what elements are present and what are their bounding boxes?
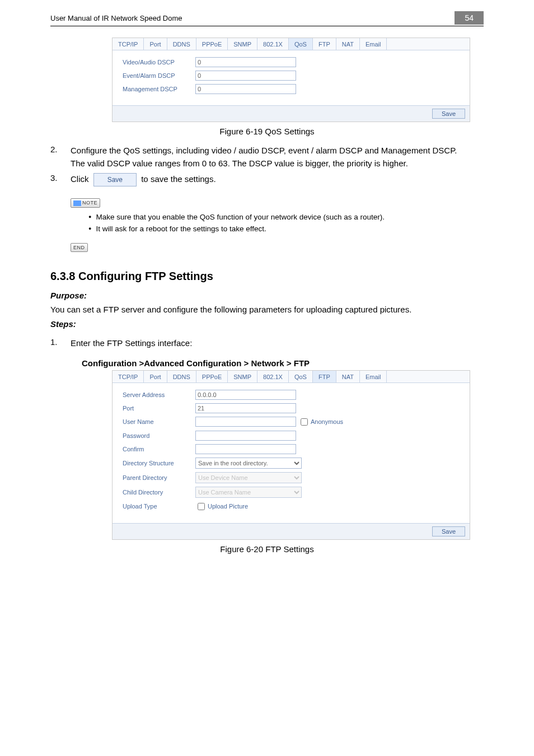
video-dscp-input[interactable] [195,57,296,67]
tab-snmp[interactable]: SNMP [228,371,257,382]
server-address-label: Server Address [123,391,195,398]
purpose-label: Purpose: [50,291,484,300]
confirm-input[interactable] [195,444,296,454]
child-directory-label: Child Directory [123,489,195,496]
anonymous-label: Anonymous [311,418,343,425]
tab-8021x[interactable]: 802.1X [257,38,289,50]
inline-save-button[interactable]: Save [93,173,137,186]
doc-title: User Manual of IR Network Speed Dome [50,14,182,22]
step-3-post: to save the settings. [141,174,216,184]
tab-pppoe[interactable]: PPPoE [196,38,228,50]
mgmt-dscp-input[interactable] [195,84,296,94]
ftp-tab-bar: TCP/IP Port DDNS PPPoE SNMP 802.1X QoS F… [113,371,470,383]
tab-port[interactable]: Port [144,38,167,50]
step-1-number: 1. [50,337,71,350]
tab-ddns[interactable]: DDNS [167,38,196,50]
tab-qos[interactable]: QoS [289,38,313,50]
password-input[interactable] [195,431,296,441]
step-1-text: Enter the FTP Settings interface: [71,337,484,350]
tab-ddns[interactable]: DDNS [167,371,196,382]
tab-nat[interactable]: NAT [336,371,360,382]
username-input[interactable] [195,417,296,427]
save-button[interactable]: Save [432,526,465,536]
figure-caption-qos: Figure 6-19 QoS Settings [50,127,484,136]
note-item-1: Make sure that you enable the QoS functi… [88,211,484,223]
child-directory-select: Use Camera Name [195,487,302,498]
directory-structure-select[interactable]: Save in the root directory. [195,458,302,469]
book-icon [73,200,81,206]
step-2-text-a: Configure the QoS settings, including vi… [71,144,484,157]
tab-tcpip[interactable]: TCP/IP [113,38,144,50]
event-dscp-input[interactable] [195,71,296,81]
step-3-number: 3. [50,173,71,186]
qos-tab-bar: TCP/IP Port DDNS PPPoE SNMP 802.1X QoS F… [113,38,470,50]
tab-ftp[interactable]: FTP [313,38,336,50]
tab-pppoe[interactable]: PPPoE [196,371,228,382]
step-3-pre: Click [71,174,89,184]
tab-nat[interactable]: NAT [336,38,360,50]
anonymous-checkbox[interactable] [301,418,308,426]
steps-label: Steps: [50,319,484,329]
tab-ftp[interactable]: FTP [313,371,336,382]
end-icon: END [71,243,88,252]
figure-caption-ftp: Figure 6-20 FTP Settings [50,544,484,554]
upload-picture-checkbox[interactable] [198,503,205,510]
step-2-text-b: The valid DSCP value ranges from 0 to 63… [71,157,484,170]
note-item-2: It will ask for a reboot for the setting… [88,223,484,235]
upload-type-label: Upload Type [123,503,195,510]
tab-port[interactable]: Port [144,371,167,382]
password-label: Password [123,432,195,439]
page-header: User Manual of IR Network Speed Dome 54 [50,11,484,26]
video-dscp-label: Video/Audio DSCP [123,59,195,66]
upload-picture-label: Upload Picture [208,503,248,510]
parent-directory-select: Use Device Name [195,472,302,483]
tab-email[interactable]: Email [360,371,387,382]
ftp-port-input[interactable] [195,403,296,413]
step-2-number: 2. [50,144,71,170]
mgmt-dscp-label: Management DSCP [123,86,195,92]
note-icon: NOTE [71,198,100,208]
tab-tcpip[interactable]: TCP/IP [113,371,144,382]
qos-settings-panel: TCP/IP Port DDNS PPPoE SNMP 802.1X QoS F… [112,38,470,122]
confirm-label: Confirm [123,446,195,452]
parent-directory-label: Parent Directory [123,474,195,481]
save-button[interactable]: Save [432,109,465,119]
purpose-text: You can set a FTP server and configure t… [50,304,484,316]
tab-8021x[interactable]: 802.1X [257,371,289,382]
section-heading: 6.3.8 Configuring FTP Settings [50,270,484,283]
tab-snmp[interactable]: SNMP [228,38,257,50]
config-path: Configuration >Advanced Configuration > … [82,358,484,368]
server-address-input[interactable] [195,390,296,400]
tab-email[interactable]: Email [360,38,387,50]
event-dscp-label: Event/Alarm DSCP [123,72,195,79]
tab-qos[interactable]: QoS [289,371,313,382]
page-number: 54 [455,11,484,25]
directory-structure-label: Directory Structure [123,460,195,466]
username-label: User Name [123,418,195,425]
ftp-port-label: Port [123,405,195,412]
ftp-settings-panel: TCP/IP Port DDNS PPPoE SNMP 802.1X QoS F… [112,370,470,540]
